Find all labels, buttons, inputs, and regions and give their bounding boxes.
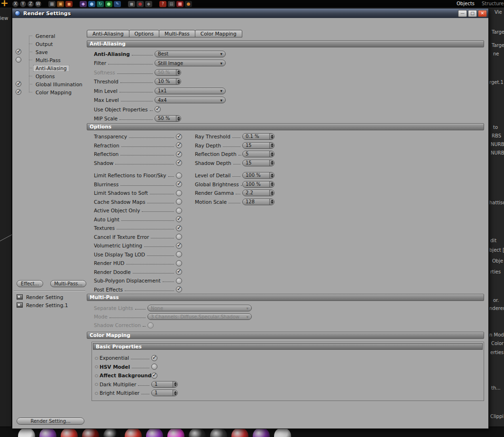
spinner-up-icon[interactable] bbox=[271, 182, 274, 184]
sidebar-checkbox-global-illumination[interactable] bbox=[16, 81, 21, 87]
checkbox-sub-polygon-displacement[interactable] bbox=[176, 278, 182, 284]
spinner-down-icon[interactable] bbox=[177, 82, 180, 84]
sidebar-item-save[interactable]: Save bbox=[13, 48, 86, 56]
spinner-down-icon[interactable] bbox=[271, 202, 274, 204]
spinner-down-icon[interactable] bbox=[174, 384, 177, 386]
material-sphere[interactable] bbox=[210, 428, 227, 437]
spinner-down-icon[interactable] bbox=[271, 176, 274, 178]
render-setting-item[interactable]: Render Setting.1 bbox=[13, 301, 86, 309]
checkbox-use-object-properties[interactable] bbox=[155, 106, 161, 112]
spinner-up-icon[interactable] bbox=[271, 152, 274, 154]
checkbox-blurriness[interactable] bbox=[176, 181, 182, 187]
spinner-arrows[interactable] bbox=[269, 160, 274, 166]
dropdown-anti-aliasing[interactable]: Best▼ bbox=[155, 51, 226, 57]
minimize-button[interactable]: — bbox=[458, 10, 467, 17]
spinner-threshold[interactable]: 10 % bbox=[155, 78, 181, 85]
shaded-sphere-icon[interactable]: ● bbox=[185, 1, 192, 7]
material-sphere[interactable] bbox=[61, 428, 78, 437]
spinner-up-icon[interactable] bbox=[174, 382, 177, 384]
effect-button[interactable]: Effect... bbox=[17, 280, 43, 287]
checkbox-render-doodle[interactable] bbox=[176, 269, 182, 275]
material-sphere[interactable] bbox=[103, 428, 120, 437]
spinner-up-icon[interactable] bbox=[271, 191, 274, 193]
dropdown-mode[interactable]: 3 Channels: Diffuse,Specular,Shadow▼ bbox=[147, 313, 252, 320]
toolbar-icon[interactable]: ◼ bbox=[128, 1, 135, 7]
spinner-down-icon[interactable] bbox=[177, 119, 180, 121]
record-icon[interactable]: ● bbox=[137, 1, 144, 7]
spinner-softness[interactable]: 50 % bbox=[155, 69, 181, 76]
checkbox-cancel-if-texture-error[interactable] bbox=[176, 234, 182, 240]
close-button[interactable]: ✕ bbox=[478, 10, 487, 17]
sidebar-item-multi-pass[interactable]: Multi-Pass bbox=[13, 56, 86, 64]
window-titlebar[interactable]: Render Settings — □ ✕ bbox=[12, 9, 488, 18]
rotate-tool-icon[interactable]: ↻ bbox=[97, 1, 104, 7]
checkbox-exponential[interactable] bbox=[151, 355, 157, 361]
spinner-arrows[interactable] bbox=[269, 151, 274, 157]
multipass-button[interactable]: Multi-Pass... bbox=[50, 280, 86, 287]
checkbox-refraction[interactable] bbox=[176, 142, 182, 148]
spinner-arrows[interactable] bbox=[176, 116, 181, 121]
spinner-down-icon[interactable] bbox=[271, 146, 274, 147]
spinner-ray-depth[interactable]: 15 bbox=[242, 142, 275, 149]
help-icon[interactable]: ? bbox=[159, 1, 166, 7]
checkbox-hsv-model[interactable] bbox=[151, 364, 157, 370]
spinner-down-icon[interactable] bbox=[177, 73, 180, 74]
spinner-bright-multiplier[interactable]: 1 bbox=[151, 390, 178, 396]
spinner-shadow-depth[interactable]: 15 bbox=[242, 160, 275, 166]
spinner-level-of-detail[interactable]: 100 % bbox=[242, 172, 275, 179]
sidebar-item-color-mapping[interactable]: Color Mapping bbox=[13, 88, 86, 96]
material-sphere[interactable] bbox=[82, 428, 99, 437]
tab-options[interactable]: Options bbox=[129, 30, 160, 37]
dropdown-min-level[interactable]: 1x1▼ bbox=[155, 88, 226, 94]
checkbox-post-effects[interactable] bbox=[176, 286, 182, 292]
checkbox-use-display-tag-lod[interactable] bbox=[176, 251, 182, 257]
spinner-ray-threshold[interactable]: 0.1 % bbox=[242, 133, 275, 140]
spinner-arrows[interactable] bbox=[269, 143, 274, 148]
lock-x-axis-icon[interactable]: X bbox=[12, 1, 18, 7]
spinner-arrows[interactable] bbox=[269, 190, 274, 196]
sidebar-item-general[interactable]: General bbox=[13, 32, 86, 40]
menu-structure[interactable]: Structure bbox=[482, 1, 504, 6]
checkbox-limit-reflections-to-floor-sky[interactable] bbox=[176, 173, 182, 179]
sidebar-item-output[interactable]: Output bbox=[13, 40, 86, 48]
coord-system-icon[interactable]: W bbox=[35, 1, 41, 7]
spinner-up-icon[interactable] bbox=[177, 80, 180, 82]
checkbox-shadow[interactable] bbox=[176, 160, 182, 166]
material-sphere[interactable] bbox=[167, 428, 184, 437]
spinner-dark-multiplier[interactable]: 1 bbox=[151, 381, 178, 388]
checkbox-limit-shadows-to-soft[interactable] bbox=[176, 190, 182, 196]
checkbox-render-hud[interactable] bbox=[176, 260, 182, 266]
pen-tool-icon[interactable]: ✎ bbox=[114, 1, 121, 7]
spinner-down-icon[interactable] bbox=[271, 193, 274, 195]
viewport-icon[interactable]: ▦ bbox=[48, 1, 55, 7]
spinner-up-icon[interactable] bbox=[271, 173, 274, 175]
tab-multi-pass[interactable]: Multi-Pass bbox=[159, 30, 195, 37]
spinner-down-icon[interactable] bbox=[271, 163, 274, 165]
render-setting-item[interactable]: Render Setting bbox=[13, 293, 86, 301]
material-sphere[interactable] bbox=[253, 428, 270, 437]
sidebar-checkbox-save[interactable] bbox=[16, 49, 21, 55]
sidebar-item-global-illumination[interactable]: Global Illumination bbox=[13, 80, 86, 88]
checkbox-affect-background[interactable] bbox=[151, 373, 157, 379]
spinner-up-icon[interactable] bbox=[174, 391, 177, 393]
spinner-arrows[interactable] bbox=[269, 173, 274, 178]
toolbar-icon[interactable]: ▤ bbox=[168, 1, 175, 7]
material-sphere[interactable] bbox=[231, 428, 248, 437]
spinner-render-gamma[interactable]: 2.2 bbox=[242, 190, 275, 196]
dropdown-filter[interactable]: Still Image▼ bbox=[155, 60, 226, 66]
dropdown-max-level[interactable]: 4x4▼ bbox=[155, 97, 226, 103]
sidebar-item-options[interactable]: Options bbox=[13, 72, 86, 80]
sphere-primitive-icon[interactable]: ● bbox=[105, 1, 112, 7]
spinner-reflection-depth[interactable]: 5 bbox=[242, 151, 275, 157]
spinner-arrows[interactable] bbox=[269, 199, 274, 205]
material-sphere[interactable] bbox=[39, 428, 56, 437]
lock-y-axis-icon[interactable]: Y bbox=[20, 1, 26, 7]
dropdown-separate-lights[interactable]: None▼ bbox=[147, 305, 252, 311]
tab-color-mapping[interactable]: Color Mapping bbox=[195, 30, 242, 37]
spinner-arrows[interactable] bbox=[173, 382, 177, 387]
render-view-icon[interactable]: ◼ bbox=[65, 1, 73, 7]
spinner-mip-scale[interactable]: 50 % bbox=[155, 115, 181, 122]
toolbar-icon[interactable]: ◆ bbox=[145, 1, 152, 7]
checkbox-auto-light[interactable] bbox=[176, 216, 182, 222]
lock-z-axis-icon[interactable]: Z bbox=[27, 1, 34, 7]
